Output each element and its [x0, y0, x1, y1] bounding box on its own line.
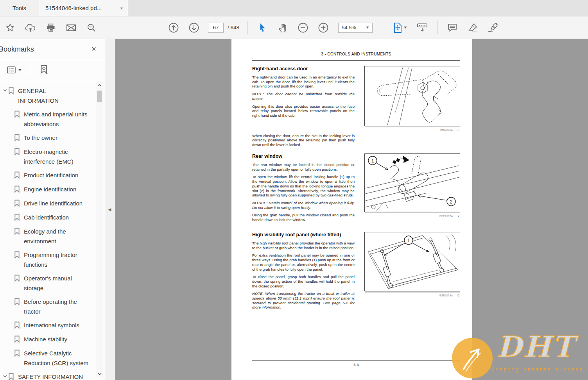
section-heading: Rear window [252, 153, 355, 159]
page-count-label: / 648 [228, 25, 239, 30]
watermark-subtitle: Sharing creates success [491, 366, 583, 373]
bookmark-icon [14, 148, 20, 166]
footer-rule [252, 360, 460, 360]
tab-close-icon[interactable]: × [120, 5, 123, 11]
bookmark-item[interactable]: International symbols [2, 320, 95, 330]
bookmark-icon [14, 214, 20, 223]
bookmark-item[interactable]: Selective Catalytic Reduction (SCR) syst… [2, 348, 95, 368]
bookmark-item[interactable]: GENERAL INFORMATION [2, 86, 95, 105]
bookmark-options-icon[interactable] [7, 64, 22, 76]
callout-1: 1 [407, 238, 410, 243]
scroll-down-icon[interactable] [96, 371, 103, 377]
bookmark-icon [14, 228, 20, 246]
bookmark-item[interactable]: Before operating the tractor [2, 297, 95, 316]
expand-chevron-icon[interactable] [2, 86, 8, 105]
bookmark-icon [14, 171, 20, 180]
chevron-down-icon [404, 27, 407, 29]
bookmark-label: GENERAL INFORMATION [18, 86, 85, 105]
bookmark-item[interactable]: Programming tractor functions [2, 250, 95, 269]
section-heading: Right-hand access door [252, 66, 355, 71]
figure-caption: BSE2679A 8 [364, 293, 460, 297]
figure-reference: BSE2679A [439, 294, 453, 297]
cloud-upload-icon[interactable] [25, 22, 36, 34]
select-tool-icon[interactable] [256, 22, 268, 34]
bookmark-item[interactable]: Drive line identification [2, 198, 95, 209]
figure-roof-panel: 1 [364, 232, 460, 291]
bookmark-icon [14, 186, 20, 194]
document-viewport[interactable]: 3 - CONTROLS AND INSTRUMENTS Right-hand … [116, 39, 588, 380]
header-rule [252, 60, 460, 61]
page-header: 3 - CONTROLS AND INSTRUMENTS [252, 52, 460, 56]
paragraph: To open the window, lift the central loc… [252, 175, 355, 198]
zoom-level-value: 54.5% [342, 25, 356, 30]
next-page-icon[interactable] [188, 22, 200, 34]
sign-pen-icon[interactable] [487, 22, 499, 34]
figure-reference: BRI4046A [440, 129, 453, 132]
hand-tool-icon[interactable] [277, 22, 289, 34]
bookmark-label: Programming tractor functions [24, 250, 91, 269]
figure-number: 8 [457, 293, 459, 297]
figure-illustration: 1 [365, 232, 460, 291]
bookmark-icon [14, 111, 20, 129]
bookmark-label: Engine identification [24, 184, 76, 194]
paragraph: To close the panel, grasp both handles a… [252, 275, 355, 288]
toolbar-divider [437, 21, 437, 34]
bookmark-item[interactable]: SAFETY INFORMATION [2, 372, 95, 380]
bookmark-item[interactable]: Metric and imperial units abbreviations [2, 109, 95, 129]
bookmark-label: Drive line identification [24, 198, 82, 209]
bookmark-icon [14, 298, 20, 316]
previous-page-icon[interactable] [168, 22, 179, 34]
tab-document[interactable]: 51544046-linked pd... × [39, 0, 128, 16]
paragraph: NOTICE: Retain control of the window whe… [252, 201, 355, 210]
paragraph: For extra ventilation the roof panel may… [252, 253, 355, 271]
bookmark-item[interactable]: Operator's manual storage [2, 273, 95, 293]
bookmark-item[interactable]: Product identification [2, 170, 95, 180]
bookmark-icon [14, 251, 20, 269]
sidebar-scrollbar[interactable] [96, 81, 103, 378]
bookmarks-header: Bookmarks × [0, 39, 106, 60]
page-number-input[interactable] [208, 23, 224, 33]
toolbar-divider [30, 64, 30, 76]
favorites-star-icon[interactable] [4, 22, 16, 34]
highlighter-icon[interactable] [467, 22, 479, 34]
expand-chevron-icon[interactable] [2, 372, 8, 380]
bookmark-item[interactable]: Electro-magnetic interference (EMC) [2, 147, 95, 166]
section-right-hand-access-door: Right-hand access door The right-hand do… [252, 66, 460, 153]
bookmark-item[interactable]: Ecology and the environment [2, 227, 95, 246]
watermark-title: DHT [497, 332, 575, 361]
tab-tools[interactable]: Tools [0, 0, 39, 16]
find-current-bookmark-icon[interactable] [38, 64, 50, 76]
toolbar-divider [247, 21, 247, 34]
bookmark-item[interactable]: Engine identification [2, 184, 95, 194]
email-icon[interactable] [65, 22, 77, 34]
zoom-in-icon[interactable] [317, 22, 329, 34]
scroll-up-icon[interactable] [96, 82, 103, 88]
print-icon[interactable] [45, 22, 57, 34]
bookmark-label: Machine stability [24, 334, 67, 344]
bookmark-list: GENERAL INFORMATIONMetric and imperial u… [0, 80, 95, 380]
paragraph: Using the grab handle, pull the window c… [252, 213, 355, 222]
bookmark-icon [14, 321, 20, 330]
chevron-down-icon [366, 27, 369, 29]
callout-1: 1 [371, 158, 374, 164]
panel-collapse-strip[interactable]: ◀ [106, 39, 115, 380]
zoom-level-select[interactable]: 54.5% [338, 23, 373, 33]
panel-close-icon[interactable]: × [91, 45, 96, 53]
bookmark-label: Ecology and the environment [24, 227, 91, 246]
collapse-panel-icon[interactable]: ◀ [108, 207, 111, 212]
paragraph: NOTE: When transporting the tractor on a… [252, 291, 355, 310]
comment-icon[interactable] [446, 22, 458, 34]
fit-page-icon[interactable] [392, 22, 408, 34]
bookmark-label: Operator's manual storage [24, 273, 91, 293]
zoom-out-icon[interactable] [297, 22, 309, 34]
bookmark-item[interactable]: To the owner [2, 133, 95, 143]
figure-illustration: 1 2 [365, 154, 460, 212]
collapse-toolbar-icon[interactable] [416, 22, 428, 34]
figure-caption: BSE2682A 7 [364, 214, 460, 218]
figure-access-door [364, 66, 460, 126]
bookmark-item[interactable]: Machine stability [2, 334, 95, 344]
scrollbar-thumb[interactable] [97, 91, 102, 102]
bookmark-label: Before operating the tractor [24, 297, 91, 316]
search-document-icon[interactable] [86, 22, 97, 34]
bookmark-item[interactable]: Cab identification [2, 212, 95, 223]
